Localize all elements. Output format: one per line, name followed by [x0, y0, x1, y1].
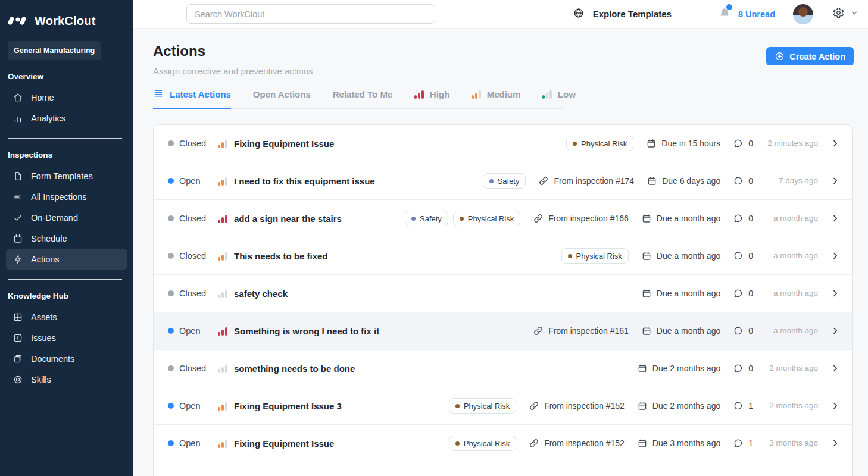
table-row[interactable]: Open Fixing Equipment Issue Physical Ris…: [154, 425, 852, 462]
table-row[interactable]: Open I need to fix this equipment issue …: [154, 162, 852, 200]
relative-time: a month ago: [766, 326, 818, 336]
status-label: Closed: [179, 139, 206, 148]
form-templates-icon: [13, 171, 23, 181]
comments[interactable]: 0: [733, 138, 753, 149]
sidebar-item-analytics[interactable]: Analytics: [6, 108, 127, 129]
sidebar-item-issues[interactable]: Issues: [6, 328, 127, 348]
unread-count[interactable]: 8 Unread: [738, 10, 775, 19]
sidebar-item-all-inspections[interactable]: All Inspections: [6, 187, 127, 207]
action-title: I need to fix this equipment issue: [234, 176, 375, 186]
chevron-right-icon[interactable]: [830, 251, 840, 261]
inspection-link[interactable]: From inspection #161: [533, 325, 629, 336]
tag-dot: [455, 404, 460, 408]
chevron-right-icon[interactable]: [830, 364, 840, 373]
tab-label: Related To Me: [333, 89, 393, 99]
table-row[interactable]: Open Something is wrong I need to fix it…: [154, 312, 852, 350]
sidebar-item-form-templates[interactable]: Form Templates: [6, 166, 127, 186]
status-cell: Open: [168, 401, 218, 411]
inspection-link[interactable]: From inspection #174: [538, 176, 634, 186]
comment-icon: [733, 250, 744, 261]
action-title: safety check: [234, 289, 288, 299]
sidebar-item-label: On-Demand: [31, 213, 78, 223]
due-label: Due 6 days ago: [662, 176, 720, 186]
tab-low[interactable]: Low: [542, 88, 576, 109]
settings-menu-button[interactable]: [832, 7, 858, 21]
sidebar-item-label: All Inspections: [31, 192, 87, 202]
tags: Physical Risk: [566, 136, 633, 151]
table-row[interactable]: Closed something needs to be done Due 2 …: [154, 350, 852, 387]
notifications-button[interactable]: [718, 7, 731, 22]
calendar-icon: [641, 325, 652, 336]
sidebar-item-assets[interactable]: Assets: [6, 307, 127, 327]
chevron-right-icon[interactable]: [830, 439, 840, 448]
inspection-link[interactable]: From inspection #152: [529, 438, 625, 449]
notification-dot: [726, 4, 732, 10]
schedule-icon: [13, 233, 23, 244]
gear-icon: [832, 7, 845, 21]
tab-high[interactable]: High: [414, 88, 449, 109]
status-cell: Open: [168, 439, 218, 448]
table-row[interactable]: Closed add a sign near the stairs Safety…: [154, 200, 852, 237]
row-right: Physical Risk Due a month ago 0: [561, 248, 841, 264]
tab-label: Low: [558, 89, 576, 99]
due-date: Due a month ago: [641, 325, 720, 336]
comments[interactable]: 0: [733, 176, 753, 186]
comments[interactable]: 0: [733, 250, 753, 261]
sidebar-item-skills[interactable]: Skills: [6, 369, 127, 390]
comments[interactable]: 1: [733, 400, 753, 411]
inspection-link[interactable]: From inspection #166: [533, 213, 629, 224]
chevron-right-icon[interactable]: [830, 289, 840, 298]
comments[interactable]: 0: [733, 213, 753, 224]
explore-templates-button[interactable]: Explore Templates: [573, 7, 672, 21]
tag-physical-risk: Physical Risk: [561, 248, 629, 264]
comment-count: 0: [748, 364, 753, 373]
sidebar-item-home[interactable]: Home: [6, 87, 127, 108]
comment-count: 0: [748, 176, 753, 186]
chevron-right-icon[interactable]: [830, 176, 840, 186]
tab-related-to-me[interactable]: Related To Me: [333, 88, 393, 109]
search-input[interactable]: [186, 4, 435, 24]
status-label: Closed: [179, 364, 206, 373]
calendar-icon: [641, 288, 652, 299]
sidebar-item-documents[interactable]: Documents: [6, 349, 127, 369]
tab-open-actions[interactable]: Open Actions: [253, 88, 311, 109]
status-label: Open: [179, 439, 200, 448]
table-row[interactable]: Open Fixing Equipment Issue 3 Physical R…: [154, 387, 852, 425]
due-label: Due a month ago: [657, 251, 720, 261]
create-action-button[interactable]: Create Action: [766, 47, 854, 65]
chevron-right-icon[interactable]: [830, 139, 840, 148]
comments[interactable]: 0: [733, 325, 753, 336]
tag-physical-risk: Physical Risk: [566, 136, 633, 151]
tab-medium[interactable]: Medium: [472, 88, 520, 109]
sidebar-item-schedule[interactable]: Schedule: [6, 228, 127, 249]
list-icon: [153, 88, 164, 101]
due-date: Due 6 days ago: [647, 176, 720, 186]
comment-count: 0: [748, 251, 753, 261]
comments[interactable]: 0: [733, 288, 753, 299]
sidebar-item-label: Home: [31, 93, 54, 102]
table-row[interactable]: Closed safety check Due a month ago: [154, 275, 852, 312]
chevron-right-icon[interactable]: [830, 401, 840, 411]
table-row[interactable]: Closed Fixing Equipment Issue Physical R…: [154, 125, 852, 162]
table-row[interactable]: Open Fixing Equipment Issue From inspect…: [154, 462, 852, 476]
calendar-icon: [637, 438, 648, 449]
chevron-right-icon[interactable]: [830, 326, 840, 336]
chevron-right-icon[interactable]: [830, 214, 840, 223]
tag-safety: Safety: [483, 173, 526, 189]
tag-dot: [455, 441, 460, 446]
comments[interactable]: 1: [733, 438, 753, 449]
inspection-link[interactable]: From inspection #152: [529, 400, 625, 411]
row-right: Due 2 months ago 0 2 months ago: [637, 363, 840, 374]
table-row[interactable]: Closed This needs to be fixed Physical R…: [154, 237, 852, 275]
sidebar-item-actions[interactable]: Actions: [6, 249, 127, 270]
workspace-selector[interactable]: General Manufacturing: [8, 41, 101, 60]
row-right: Physical Risk Due in 15 hours 0: [566, 136, 840, 151]
tab-label: Medium: [487, 89, 521, 99]
tab-latest-actions[interactable]: Latest Actions: [153, 88, 231, 109]
due-label: Due in 15 hours: [661, 139, 720, 148]
comments[interactable]: 0: [733, 363, 753, 374]
priority-bars-icon: [218, 364, 229, 373]
user-avatar[interactable]: [793, 4, 813, 24]
sidebar-item-on-demand[interactable]: On-Demand: [6, 208, 127, 228]
due-label: Due a month ago: [657, 214, 720, 223]
